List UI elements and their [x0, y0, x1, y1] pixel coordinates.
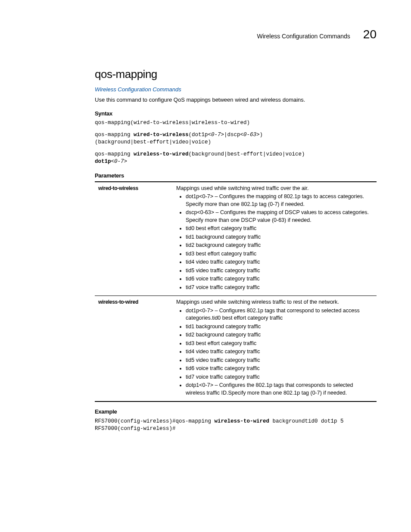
syntax-block-2: qos-mapping wired-to-wireless(dot1p<0-7>… [95, 131, 377, 146]
syntax-block-3: qos-mapping wireless-to-wired(background… [95, 151, 377, 166]
list-item: dotp1<0-7> – Configures the 802.1p tags … [186, 382, 373, 397]
section-description: Use this command to configure QoS mappin… [95, 96, 377, 104]
list-item: tid4 video traffic category traffic [186, 258, 373, 266]
list-item: tid0 best effort category traffic [186, 225, 373, 233]
table-row: wired-to-wireless Mappings used while sw… [95, 182, 377, 296]
list-item: tid2 background category traffic [186, 242, 373, 249]
param-bullets: dot1p<0-7> – Configures 802.1p tags that… [176, 307, 373, 397]
table-row: wireless-to-wired Mappings used while sw… [95, 296, 377, 402]
list-item: tid5 video traffic category traffic [186, 267, 373, 275]
param-desc: Mappings used while switching wireless t… [173, 296, 377, 402]
list-item: tid4 video traffic category traffic [186, 348, 373, 356]
list-item: tid3 best effort category traffic [186, 340, 373, 348]
syntax-block-1: qos-mapping(wired-to-wireless|wireless-t… [95, 119, 377, 127]
list-item: tid6 voice traffic category traffic [186, 275, 373, 283]
list-item: tid3 best effort category traffic [186, 250, 373, 258]
list-item: tid1 background category traffic [186, 233, 373, 241]
list-item: tid6 voice traffic category traffic [186, 365, 373, 373]
list-item: tid2 background category traffic [186, 331, 373, 339]
list-item: tid7 voice traffic category traffic [186, 284, 373, 292]
section-link[interactable]: Wireless Configuration Commands [95, 86, 377, 93]
list-item: tid1 background category traffic [186, 323, 373, 331]
param-bullets: dot1p<0-7> – Configures the mapping of 8… [176, 193, 373, 291]
list-item: dot1p<0-7> – Configures the mapping of 8… [186, 193, 373, 208]
list-item: dot1p<0-7> – Configures 802.1p tags that… [186, 307, 373, 322]
list-item: tid5 video traffic category traffic [186, 357, 373, 364]
param-desc: Mappings used while switching wired traf… [173, 182, 377, 296]
param-name: wireless-to-wired [95, 296, 173, 402]
list-item: dscp<0-63> – Configures the mapping of D… [186, 209, 373, 224]
page-header: Wireless Configuration Commands 20 [95, 26, 377, 43]
header-number: 20 [363, 26, 377, 43]
parameters-table: wired-to-wireless Mappings used while sw… [95, 181, 377, 402]
param-name: wired-to-wireless [95, 182, 173, 296]
section-title: qos-mapping [95, 66, 377, 82]
list-item: tid7 voice traffic category traffic [186, 373, 373, 381]
header-title: Wireless Configuration Commands [257, 32, 350, 41]
syntax-heading: Syntax [95, 110, 377, 118]
example-block: RFS7000(config-wireless)#qos-mapping wir… [95, 418, 377, 433]
example-heading: Example [95, 408, 377, 416]
parameters-heading: Parameters [95, 172, 377, 180]
